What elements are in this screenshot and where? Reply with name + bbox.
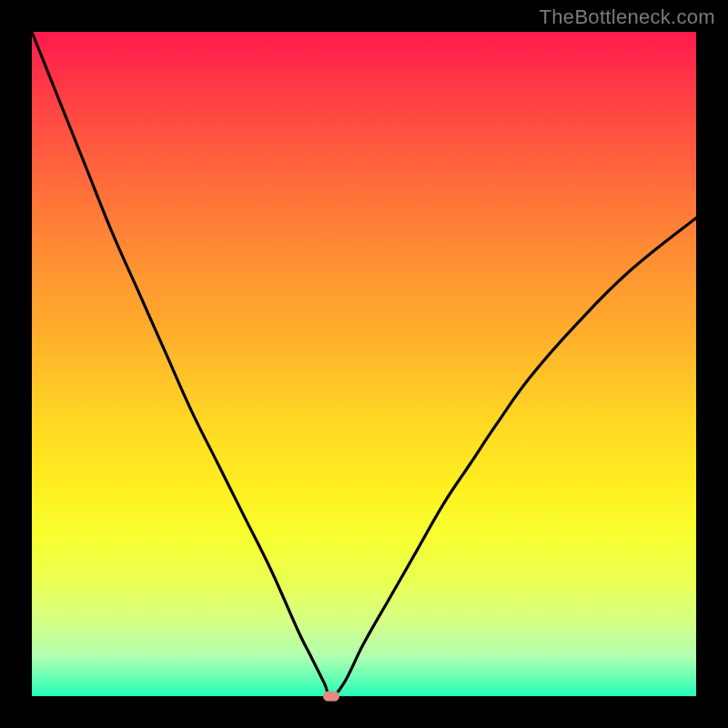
curve-svg bbox=[32, 32, 696, 696]
watermark-text: TheBottleneck.com bbox=[540, 5, 715, 29]
chart-frame: TheBottleneck.com bbox=[0, 0, 728, 728]
plot-area bbox=[32, 32, 696, 696]
vertex-marker bbox=[323, 692, 339, 702]
bottleneck-curve bbox=[32, 32, 696, 696]
